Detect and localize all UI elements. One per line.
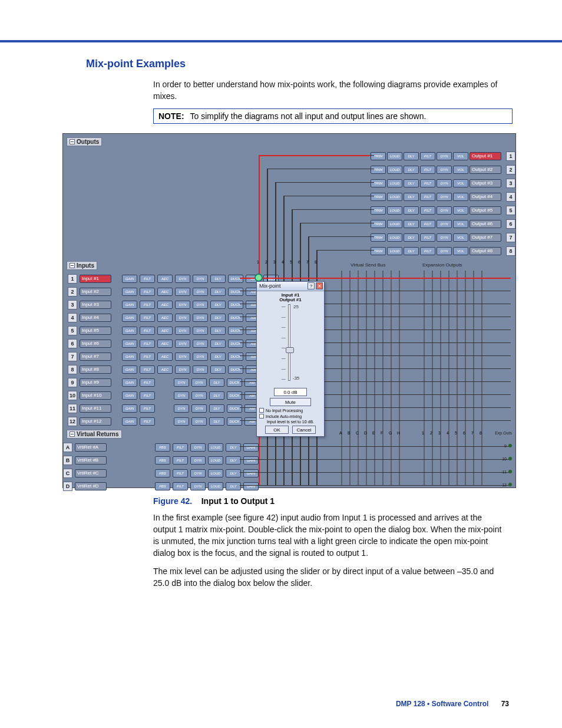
proc-block[interactable]: DYN <box>437 193 452 201</box>
proc-block[interactable]: FILT <box>420 166 435 174</box>
collapse-icon[interactable] <box>70 431 75 437</box>
proc-block[interactable]: DUCK <box>228 301 243 309</box>
proc-block[interactable]: GAIN <box>122 378 137 387</box>
checkbox-auto-mixing[interactable] <box>259 414 264 419</box>
proc-block[interactable]: DYN <box>190 443 206 452</box>
proc-block[interactable]: LOUD <box>387 179 402 187</box>
input-label[interactable]: Input #1 <box>80 275 111 283</box>
proc-block[interactable]: FILT <box>173 456 188 465</box>
proc-block[interactable]: GAIN <box>122 417 137 426</box>
proc-block[interactable]: DYN <box>193 275 208 283</box>
proc-block[interactable]: VOL <box>453 233 468 242</box>
proc-block[interactable]: GAIN <box>243 469 259 477</box>
proc-block[interactable]: DUCK <box>228 340 243 348</box>
proc-block[interactable]: TRIM <box>371 152 386 160</box>
input-label[interactable]: Input #8 <box>80 365 111 374</box>
proc-block[interactable]: DYN <box>174 404 189 413</box>
proc-block[interactable]: GAIN <box>243 456 259 465</box>
proc-block[interactable]: TRIM <box>371 166 386 174</box>
checkbox-no-input-proc[interactable] <box>259 408 264 413</box>
proc-block[interactable]: FILT <box>140 301 155 309</box>
proc-block[interactable]: LOUD <box>387 233 402 242</box>
proc-block[interactable]: GAIN <box>122 391 137 400</box>
input-label[interactable]: Input #10 <box>80 391 111 400</box>
proc-block[interactable]: VOL <box>453 179 468 187</box>
proc-block[interactable]: LOUD <box>387 247 402 255</box>
proc-block[interactable]: DYN <box>174 378 189 387</box>
proc-block[interactable]: AEC <box>157 353 173 361</box>
proc-block[interactable]: FILT <box>420 152 435 160</box>
proc-block[interactable]: DYN <box>193 340 208 348</box>
proc-block[interactable]: FBS <box>155 482 170 490</box>
cancel-button[interactable]: Cancel <box>292 426 316 434</box>
proc-block[interactable]: LOUD <box>387 166 402 174</box>
proc-block[interactable]: DLY <box>210 353 226 361</box>
proc-block[interactable]: AEC <box>157 275 173 283</box>
proc-block[interactable]: FILT <box>420 193 435 201</box>
output-label[interactable]: Output #3 <box>470 179 501 187</box>
proc-block[interactable]: DYN <box>191 417 207 426</box>
proc-block[interactable]: GAIN <box>122 275 137 283</box>
proc-block[interactable]: DLY <box>209 391 224 400</box>
proc-block[interactable]: DLY <box>210 340 226 348</box>
input-label[interactable]: Input #11 <box>80 404 111 413</box>
proc-block[interactable]: DYN <box>175 365 190 374</box>
input-label[interactable]: Input #6 <box>80 340 111 348</box>
proc-block[interactable]: VOL <box>453 152 468 160</box>
output-label[interactable]: Output #6 <box>470 220 501 228</box>
proc-block[interactable]: DLY <box>404 206 419 215</box>
proc-block[interactable]: DUCK <box>228 353 243 361</box>
proc-block[interactable]: FILT <box>173 482 188 490</box>
output-label[interactable]: Output #4 <box>470 193 501 201</box>
proc-block[interactable]: DYN <box>437 166 452 174</box>
proc-block[interactable]: DYN <box>190 482 206 490</box>
proc-block[interactable]: DLY <box>210 288 226 296</box>
proc-block[interactable]: VOL <box>453 193 468 201</box>
input-label[interactable]: Input #12 <box>80 417 111 426</box>
proc-block[interactable]: DUCK <box>228 275 243 283</box>
output-label[interactable]: Output #2 <box>470 166 501 174</box>
proc-block[interactable]: GAIN <box>243 482 259 490</box>
db-input[interactable]: 0.0 dB <box>274 388 307 396</box>
proc-block[interactable]: DYN <box>175 275 190 283</box>
proc-block[interactable]: DUCK <box>228 327 243 335</box>
proc-block[interactable]: DYN <box>193 314 208 322</box>
proc-block[interactable]: FILT <box>140 378 155 387</box>
vr-label[interactable]: VrtlRet #B <box>75 456 107 465</box>
proc-block[interactable]: FBS <box>155 469 170 477</box>
ok-button[interactable]: OK <box>265 426 289 434</box>
proc-block[interactable]: AEC <box>157 314 173 322</box>
proc-block[interactable]: VOL <box>453 220 468 228</box>
proc-block[interactable]: DUCK <box>228 288 243 296</box>
proc-block[interactable]: VOL <box>453 166 468 174</box>
proc-block[interactable]: DYN <box>175 301 190 309</box>
proc-block[interactable]: AEC <box>157 340 173 348</box>
proc-block[interactable]: TRIM <box>371 247 386 255</box>
proc-block[interactable]: FILT <box>140 340 155 348</box>
close-icon[interactable]: ✕ <box>316 282 323 289</box>
proc-block[interactable]: DYN <box>437 220 452 228</box>
proc-block[interactable]: AEC <box>157 327 173 335</box>
proc-block[interactable]: FILT <box>173 469 188 477</box>
input-label[interactable]: Input #9 <box>80 378 111 387</box>
proc-block[interactable]: DLY <box>404 166 419 174</box>
proc-block[interactable]: GAIN <box>243 443 259 452</box>
input-label[interactable]: Input #5 <box>80 327 111 335</box>
proc-block[interactable]: DLY <box>404 152 419 160</box>
proc-block[interactable]: FILT <box>140 391 155 400</box>
proc-block[interactable]: LOUD <box>387 152 402 160</box>
proc-block[interactable]: DLY <box>226 456 241 465</box>
vr-label[interactable]: VrtlRet #C <box>75 469 107 477</box>
proc-block[interactable]: DYN <box>190 456 206 465</box>
proc-block[interactable]: DYN <box>175 340 190 348</box>
proc-block[interactable]: DYN <box>175 288 190 296</box>
proc-block[interactable]: FILT <box>140 365 155 374</box>
proc-block[interactable]: DYN <box>193 327 208 335</box>
input-label[interactable]: Input #3 <box>80 301 111 309</box>
level-slider[interactable] <box>288 304 290 381</box>
collapse-icon[interactable] <box>70 139 75 144</box>
proc-block[interactable]: FILT <box>420 206 435 215</box>
proc-block[interactable]: DLY <box>404 179 419 187</box>
proc-block[interactable]: FILT <box>140 327 155 335</box>
proc-block[interactable]: DYN <box>193 353 208 361</box>
